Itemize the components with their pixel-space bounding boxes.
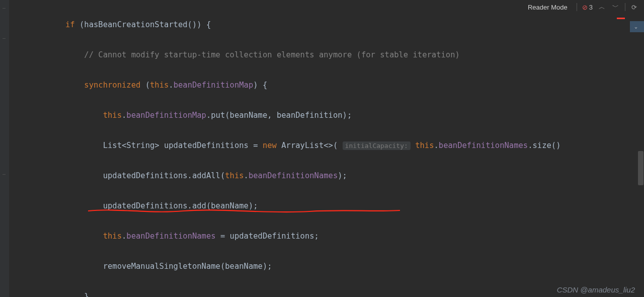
keyword-synchronized: synchronized	[84, 81, 140, 90]
reader-mode-label[interactable]: Reader Mode	[524, 4, 572, 11]
error-icon: ⊘	[582, 4, 588, 11]
fold-mark-icon[interactable]: —	[2, 35, 7, 41]
inspection-dropdown[interactable]: ⌄	[630, 21, 644, 32]
refresh-icon[interactable]: ⟳	[630, 4, 638, 11]
next-highlight-icon[interactable]: ﹀	[611, 3, 620, 12]
error-squiggle-indicator	[617, 17, 625, 19]
prev-highlight-icon[interactable]: ︿	[598, 3, 606, 12]
parameter-hint: initialCapacity:	[343, 141, 411, 150]
scrollbar-thumb[interactable]	[638, 151, 643, 185]
separator	[625, 3, 625, 11]
editor-top-toolbar: Reader Mode ⊘ 3 ︿ ﹀ ⟳	[524, 0, 638, 14]
code-editor[interactable]: if (hasBeanCreationStarted()) { // Canno…	[9, 0, 644, 297]
csdn-watermark: CSDN @amadeus_liu2	[557, 285, 635, 294]
error-count-value: 3	[589, 4, 593, 11]
keyword-if: if	[65, 20, 75, 29]
fold-mark-icon[interactable]: —	[2, 5, 7, 11]
separator	[577, 3, 577, 11]
error-indicator[interactable]: ⊘ 3	[582, 4, 593, 11]
comment: // Cannot modify startup-time collection…	[84, 50, 460, 59]
editor-gutter: — — —	[0, 0, 9, 297]
chevron-down-icon: ⌄	[634, 24, 637, 29]
fold-mark-icon[interactable]: —	[2, 171, 7, 177]
